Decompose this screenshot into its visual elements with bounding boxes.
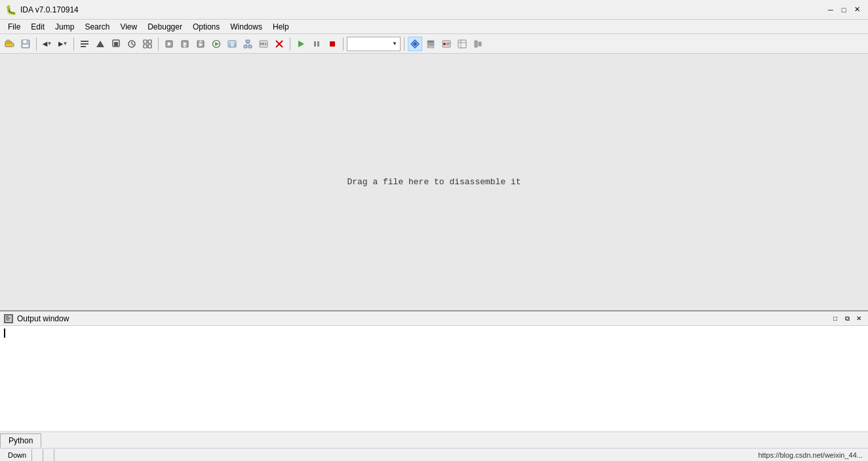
menu-file[interactable]: File: [3, 21, 26, 33]
title-bar: 🐛 IDA v7.0.170914 ─ □ ✕: [0, 0, 868, 20]
toolbar-step-out-button[interactable]: [193, 37, 208, 51]
svg-rect-1: [7, 40, 10, 42]
toolbar-debugger-dropdown[interactable]: ▼: [347, 37, 401, 51]
app-icon: 🐛: [5, 5, 16, 15]
output-window-icon: [4, 314, 13, 323]
toolbar-sep-3: [158, 37, 159, 50]
toolbar-debug-pause-button[interactable]: [309, 37, 324, 51]
status-bar: Down https://blog.csdn.net/weixin_44...: [0, 448, 868, 461]
svg-rect-8: [81, 46, 86, 47]
menu-windows[interactable]: Windows: [225, 21, 267, 33]
main-area[interactable]: Drag a file here to disassemble it: [0, 54, 868, 310]
toolbar-step-into-button[interactable]: [178, 37, 192, 51]
toolbar-step-over-button[interactable]: [162, 37, 176, 51]
menu-help[interactable]: Help: [267, 21, 294, 33]
svg-rect-62: [6, 319, 9, 321]
output-float-button[interactable]: ⧉: [842, 313, 852, 324]
output-window-title: Output window: [17, 314, 69, 323]
svg-rect-33: [248, 45, 252, 48]
svg-rect-11: [114, 42, 118, 46]
toolbar-decompile-button[interactable]: { }: [225, 37, 239, 51]
svg-rect-32: [244, 45, 247, 48]
menu-options[interactable]: Options: [187, 21, 225, 33]
svg-line-14: [132, 44, 134, 45]
svg-rect-5: [22, 45, 29, 47]
svg-rect-60: [6, 316, 9, 317]
output-restore-button[interactable]: □: [830, 313, 840, 324]
toolbar-watches-button[interactable]: [455, 37, 469, 51]
svg-marker-28: [215, 42, 219, 46]
debugger-dropdown-arrow: ▼: [392, 41, 397, 47]
output-cursor: [4, 329, 5, 338]
toolbar-breakpoints-button[interactable]: [439, 37, 454, 51]
toolbar-debug-run-button[interactable]: [294, 37, 308, 51]
status-url: https://blog.csdn.net/weixin_44...: [758, 451, 865, 459]
svg-text:HEX: HEX: [260, 42, 267, 46]
svg-rect-4: [23, 40, 27, 43]
toolbar-nav1-button[interactable]: [77, 37, 92, 51]
svg-marker-40: [298, 41, 304, 47]
status-left: Down: [3, 449, 54, 461]
svg-line-35: [248, 43, 250, 45]
toolbar-debugger-active-button[interactable]: [408, 37, 422, 51]
title-bar-left: 🐛 IDA v7.0.170914: [5, 5, 79, 15]
minimize-button[interactable]: ─: [825, 4, 837, 16]
svg-line-34: [246, 43, 248, 45]
svg-point-50: [443, 43, 446, 45]
output-header: Output window □ ⧉ ✕: [0, 311, 868, 326]
svg-rect-15: [144, 40, 147, 43]
output-close-button[interactable]: ✕: [854, 313, 864, 324]
svg-rect-17: [144, 45, 147, 48]
menu-debugger[interactable]: Debugger: [142, 21, 187, 33]
menu-bar: File Edit Jump Search View Debugger Opti…: [0, 20, 868, 34]
toolbar-sep-2: [73, 37, 74, 50]
status-segment-3: [43, 449, 54, 461]
toolbar-sep-1: [36, 37, 37, 50]
svg-rect-43: [330, 41, 335, 47]
svg-marker-9: [96, 41, 104, 47]
toolbar-segments-button[interactable]: [471, 37, 485, 51]
output-header-left: Output window: [4, 314, 69, 323]
window-controls: ─ □ ✕: [825, 4, 863, 16]
svg-rect-47: [427, 43, 434, 45]
toolbar-back-button[interactable]: ◀ ▼: [40, 37, 54, 51]
svg-rect-16: [148, 40, 151, 43]
menu-search[interactable]: Search: [79, 21, 115, 33]
svg-rect-48: [427, 46, 434, 48]
toolbar: ◀ ▼ ▶ ▼: [0, 34, 868, 54]
svg-rect-51: [446, 43, 450, 44]
tab-python[interactable]: Python: [0, 433, 41, 448]
toolbar-graph-view-button[interactable]: [241, 37, 255, 51]
svg-text:{ }: { }: [229, 42, 236, 47]
menu-edit[interactable]: Edit: [26, 21, 50, 33]
toolbar-run-until-button[interactable]: [209, 37, 224, 51]
svg-rect-46: [427, 41, 434, 43]
toolbar-stack-button[interactable]: [424, 37, 438, 51]
status-down: Down: [3, 449, 32, 461]
svg-rect-18: [148, 45, 151, 48]
toolbar-hex-view-button[interactable]: HEX: [256, 37, 271, 51]
svg-rect-57: [479, 42, 481, 46]
toolbar-forward-button[interactable]: ▶ ▼: [56, 37, 70, 51]
svg-rect-41: [314, 41, 316, 47]
close-button[interactable]: ✕: [851, 4, 863, 16]
toolbar-debug-stop-button[interactable]: [325, 37, 340, 51]
svg-rect-31: [246, 40, 250, 43]
menu-view[interactable]: View: [115, 21, 142, 33]
toolbar-nav2-button[interactable]: [93, 37, 108, 51]
svg-rect-53: [458, 40, 466, 48]
svg-rect-2: [5, 43, 14, 47]
toolbar-nav4-button[interactable]: [125, 37, 139, 51]
toolbar-save-button[interactable]: [18, 37, 33, 51]
toolbar-nav5-button[interactable]: [140, 37, 155, 51]
svg-rect-61: [6, 317, 10, 319]
output-window-controls: □ ⧉ ✕: [830, 313, 864, 324]
toolbar-cancel-button[interactable]: [272, 37, 286, 51]
toolbar-open-button[interactable]: [3, 37, 17, 51]
toolbar-nav3-button[interactable]: [109, 37, 123, 51]
toolbar-sep-6: [404, 37, 404, 50]
maximize-button[interactable]: □: [838, 4, 850, 16]
menu-jump[interactable]: Jump: [50, 21, 79, 33]
title-text: IDA v7.0.170914: [20, 5, 79, 14]
output-content[interactable]: [0, 326, 868, 431]
